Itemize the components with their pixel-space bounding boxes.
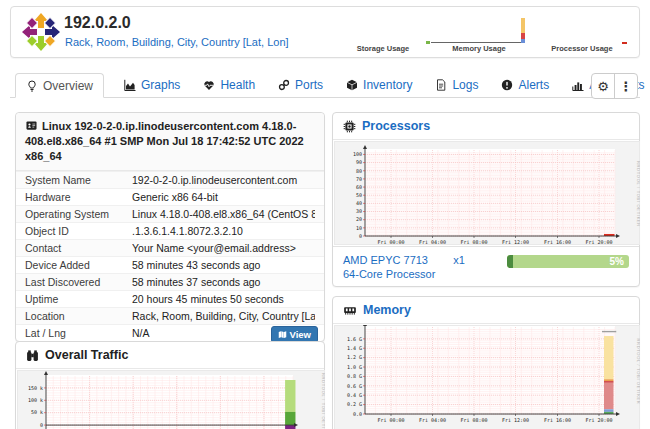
row-label: Device Added [25,259,132,272]
processors-graph[interactable]: 0102030405060708090100Fri 00:00Fri 04:00… [334,141,640,245]
tab-actions-group: ⚙ ⋮ [591,73,638,99]
cpu-model: AMD EPYC 7713 [343,253,435,267]
processors-panel: Processors 0102030405060708090100Fri 00:… [332,112,640,287]
row-label: Object ID [25,225,132,238]
row-value: Linux 4.18.0-408.el8.x86_64 (CentOS 8) [132,208,315,221]
svg-text:Fri 12:00: Fri 12:00 [502,239,529,245]
device-overview-page: 192.0.2.0 Rack, Room, Building, City, Co… [0,0,650,429]
tab-graphs[interactable]: Graphs [121,73,183,97]
table-row: Object ID.1.3.6.1.4.1.8072.3.2.10 [16,222,324,239]
tab-health-label: Health [220,78,255,92]
memory-title: Memory [363,303,411,317]
svg-text:0.0: 0.0 [353,411,362,417]
row-label: Lat / Lng [25,327,132,340]
table-row: ContactYour Name <your@email.address> [16,239,324,256]
memory-minigraph-spike-yellow [521,18,525,33]
tab-alerts[interactable]: Alerts [498,73,552,97]
svg-text:Fri 12:00: Fri 12:00 [502,417,529,423]
overall-traffic-graph[interactable]: 150 k100 k50 k0RRDTOOL / TOBI OETIKER [17,370,325,429]
table-row: System Name192-0-2-0.ip.linodeuserconten… [16,171,324,188]
table-row: HardwareGeneric x86 64-bit [16,188,324,205]
gear-icon: ⚙ [597,79,609,94]
svg-text:0: 0 [40,422,43,428]
svg-text:Fri 08:00: Fri 08:00 [460,417,487,423]
cpu-usage-bar: 5% [507,255,629,268]
svg-text:Fri 08:00: Fri 08:00 [460,239,487,245]
svg-text:1.2 G: 1.2 G [347,354,362,360]
row-label: System Name [25,174,132,187]
row-label: Hardware [25,191,132,204]
file-icon [435,79,447,91]
device-hostname: 192.0.2.0 [64,14,131,32]
svg-text:1.6 G: 1.6 G [347,336,362,342]
memory-graph[interactable]: 0.00.2 G0.4 G0.6 G0.8 G1.0 G1.2 G1.4 G1.… [334,325,640,429]
svg-text:100 k: 100 k [28,397,43,403]
svg-text:50 k: 50 k [31,409,43,415]
row-value: Rack, Room, Building, City, Country [Lat… [132,310,315,323]
device-tabbar: Overview Graphs Health Ports Inventory L… [10,73,640,98]
view-button-label: View [290,328,311,341]
cpu-usage-percent: 5% [610,255,624,268]
svg-text:Fri 04:00: Fri 04:00 [419,239,446,245]
row-value: 20 hours 45 minutes 50 seconds [132,293,315,306]
bar-chart-icon [572,79,584,91]
table-row-latlng: Lat / Lng N/A View [16,324,324,341]
svg-text:0.8 G: 0.8 G [347,373,362,379]
svg-text:30: 30 [356,208,362,214]
memory-minigraph-spike-blue [521,39,525,43]
svg-text:80: 80 [356,168,362,174]
device-location-link[interactable]: Rack, Room, Building, City, Country [Lat… [65,36,289,48]
overall-traffic-header: Overall Traffic [16,342,324,369]
svg-text:100: 100 [353,151,362,157]
memory-usage-label: Memory Usage [434,44,524,53]
table-row: Last Discovered58 minutes 37 seconds ago [16,273,324,290]
alert-circle-icon [501,79,513,91]
svg-text:150 k: 150 k [28,385,43,391]
cpu-count: x1 [453,253,465,267]
heartbeat-icon [203,79,215,91]
table-row: Operating SystemLinux 4.18.0-408.el8.x86… [16,205,324,222]
svg-text:Fri 20:00: Fri 20:00 [585,239,612,245]
tab-inventory[interactable]: Inventory [343,73,415,97]
row-label: Operating System [25,208,132,221]
svg-text:0.6 G: 0.6 G [347,383,362,389]
map-icon [278,330,287,339]
row-label: Location [25,310,132,323]
table-row: Uptime20 hours 45 minutes 50 seconds [16,290,324,307]
tab-logs[interactable]: Logs [432,73,481,97]
memory-panel: Memory 0.00.2 G0.4 G0.6 G0.8 G1.0 G1.2 G… [332,296,640,429]
row-value: 58 minutes 43 seconds ago [132,259,315,272]
system-kernel-text: Linux 192-0-2-0.ip.linodeusercontent.com… [25,120,304,162]
row-label: Contact [25,242,132,255]
microchip-icon [343,120,356,133]
svg-text:Fri 00:00: Fri 00:00 [377,417,404,423]
svg-text:RRDTOOL / TOBI OETIKER: RRDTOOL / TOBI OETIKER [636,339,641,405]
svg-text:0.4 G: 0.4 G [347,392,362,398]
binoculars-icon [26,349,39,362]
tab-alerts-label: Alerts [518,78,549,92]
more-options-button[interactable]: ⋮ [614,74,637,98]
settings-gear-button[interactable]: ⚙ [592,74,614,98]
system-kernel-header: Linux 192-0-2-0.ip.linodeusercontent.com… [16,113,324,171]
address-card-icon [25,120,38,131]
tab-ports[interactable]: Ports [275,73,326,97]
cpu-model-detail: 64-Core Processor [343,267,435,281]
tab-overview-label: Overview [43,79,93,93]
tab-graphs-label: Graphs [141,78,180,92]
svg-text:Fri 16:00: Fri 16:00 [544,417,571,423]
svg-text:90: 90 [356,159,362,165]
tab-overview[interactable]: Overview [15,73,104,98]
row-value: Generic x86 64-bit [132,191,315,204]
row-label: Uptime [25,293,132,306]
svg-text:1.4 G: 1.4 G [347,345,362,351]
cpu-link[interactable]: AMD EPYC 7713 64-Core Processor [343,253,435,281]
centos-logo-icon [21,12,61,52]
kebab-menu-icon: ⋮ [620,79,633,94]
row-value: .1.3.6.1.4.1.8072.3.2.10 [132,225,315,238]
memory-icon [343,304,357,317]
table-row: LocationRack, Room, Building, City, Coun… [16,307,324,324]
device-header-panel: 192.0.2.0 Rack, Room, Building, City, Co… [10,6,640,58]
memory-header[interactable]: Memory [333,297,639,324]
processors-header[interactable]: Processors [333,113,639,140]
tab-health[interactable]: Health [200,73,258,97]
